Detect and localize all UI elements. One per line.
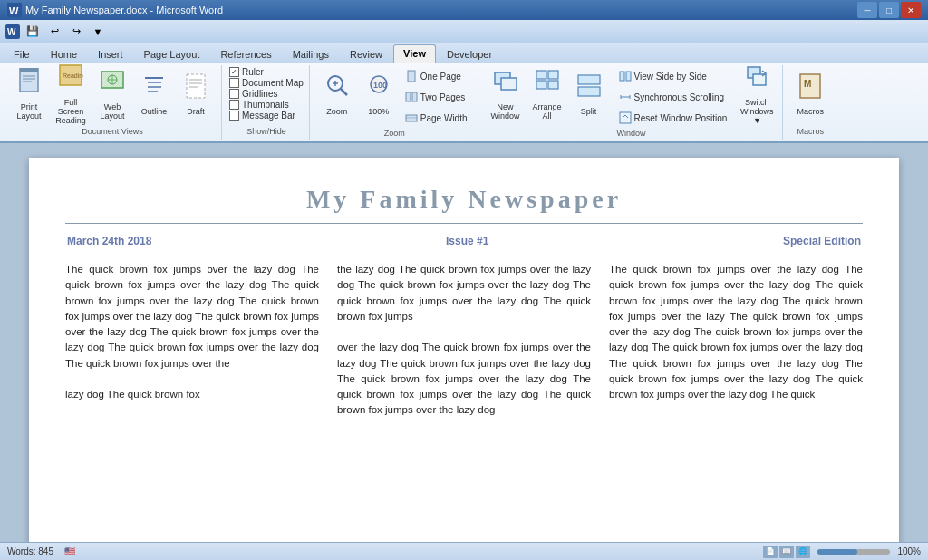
thumbnails-checkbox[interactable] bbox=[229, 100, 239, 110]
svg-text:100: 100 bbox=[373, 81, 387, 90]
maximize-button[interactable]: □ bbox=[879, 2, 899, 18]
show-hide-content: Ruler Document Map Gridlines Thumbnails … bbox=[229, 67, 304, 125]
tab-insert[interactable]: Insert bbox=[88, 45, 133, 63]
web-layout-button[interactable]: WebLayout bbox=[92, 67, 132, 121]
macros-label: Macros bbox=[798, 107, 825, 116]
column-2: the lazy dog The quick brown fox jumps o… bbox=[337, 262, 591, 419]
full-screen-reading-button[interactable]: Reading Full ScreenReading bbox=[51, 67, 91, 121]
page-width-label: Page Width bbox=[420, 113, 468, 123]
svg-rect-31 bbox=[412, 92, 417, 101]
ribbon: PrintLayout Reading Full ScreenReading W… bbox=[0, 63, 928, 143]
arrange-all-button[interactable]: ArrangeAll bbox=[527, 67, 567, 121]
window-content: NewWindow ArrangeAll Split View Side by … bbox=[486, 67, 778, 127]
document-columns: The quick brown fox jumps over the lazy … bbox=[65, 262, 863, 419]
zoom-100-button[interactable]: 100 100% bbox=[359, 67, 399, 121]
word-count: Words: 845 bbox=[7, 546, 53, 556]
zoom-label: Zoom bbox=[326, 107, 347, 116]
close-button[interactable]: ✕ bbox=[901, 2, 921, 18]
svg-rect-42 bbox=[620, 72, 624, 81]
zoom-group-label: Zoom bbox=[384, 129, 405, 140]
macros-button[interactable]: M Macros bbox=[790, 67, 830, 121]
two-pages-button[interactable]: Two Pages bbox=[401, 88, 472, 106]
ruler-check-row[interactable]: Ruler bbox=[229, 67, 304, 77]
zoom-content: Zoom 100 100% One Page Two Pages bbox=[317, 67, 472, 127]
ruler-checkbox[interactable] bbox=[229, 67, 239, 77]
synchronous-scrolling-button[interactable]: Synchronous Scrolling bbox=[614, 88, 732, 106]
svg-rect-30 bbox=[406, 92, 411, 101]
meta-date: March 24th 2018 bbox=[67, 235, 151, 247]
view-side-by-side-button[interactable]: View Side by Side bbox=[614, 67, 732, 85]
tab-references[interactable]: References bbox=[210, 45, 281, 63]
zoom-button[interactable]: Zoom bbox=[317, 67, 357, 121]
thumbnails-label: Thumbnails bbox=[242, 100, 289, 110]
arrange-all-label: ArrangeAll bbox=[533, 102, 562, 121]
zoom-level: 100% bbox=[897, 546, 921, 556]
reset-window-position-button[interactable]: Reset Window Position bbox=[614, 109, 732, 127]
zoom-100-label: 100% bbox=[368, 107, 389, 116]
print-view-btn[interactable]: 📄 bbox=[763, 546, 778, 558]
draft-button[interactable]: Draft bbox=[176, 67, 216, 121]
split-button[interactable]: Split bbox=[569, 67, 609, 121]
undo-quick-btn[interactable]: ↩ bbox=[45, 23, 63, 41]
document-views-label: Document Views bbox=[82, 127, 142, 138]
svg-text:W: W bbox=[9, 5, 19, 16]
web-view-btn[interactable]: 🌐 bbox=[796, 546, 810, 558]
zoom-slider[interactable] bbox=[817, 549, 890, 555]
new-window-label: NewWindow bbox=[491, 102, 520, 121]
window-group-label: Window bbox=[616, 129, 645, 140]
svg-text:W: W bbox=[7, 27, 16, 37]
zoom-page-btns: One Page Two Pages Page Width bbox=[401, 67, 472, 127]
gridlines-checkbox[interactable] bbox=[229, 89, 239, 99]
status-right: 📄 📖 🌐 100% bbox=[763, 546, 921, 558]
zoom-icon bbox=[324, 72, 350, 105]
gridlines-check-row[interactable]: Gridlines bbox=[229, 89, 304, 99]
message-bar-check-row[interactable]: Message Bar bbox=[229, 111, 304, 121]
macros-icon: M bbox=[798, 72, 823, 105]
tab-review[interactable]: Review bbox=[340, 45, 392, 63]
outline-label: Outline bbox=[141, 107, 168, 116]
language-indicator: 🇺🇸 bbox=[64, 546, 75, 556]
svg-rect-46 bbox=[753, 74, 766, 85]
ribbon-group-document-views: PrintLayout Reading Full ScreenReading W… bbox=[4, 65, 222, 140]
status-bar: Words: 845 🇺🇸 📄 📖 🌐 100% bbox=[0, 542, 928, 560]
gridlines-label: Gridlines bbox=[242, 89, 277, 99]
tab-file[interactable]: File bbox=[4, 45, 40, 63]
switch-windows-icon bbox=[744, 63, 769, 96]
ribbon-group-macros: M Macros Macros bbox=[785, 65, 836, 140]
reading-view-btn[interactable]: 📖 bbox=[779, 546, 794, 558]
page-width-button[interactable]: Page Width bbox=[401, 109, 472, 127]
column-1: The quick brown fox jumps over the lazy … bbox=[65, 262, 319, 419]
one-page-label: One Page bbox=[420, 72, 461, 82]
qa-dropdown-btn[interactable]: ▼ bbox=[89, 23, 107, 41]
svg-rect-29 bbox=[408, 71, 415, 82]
full-screen-label: Full ScreenReading bbox=[52, 98, 90, 125]
switch-windows-button[interactable]: SwitchWindows ▼ bbox=[737, 67, 777, 121]
redo-quick-btn[interactable]: ↪ bbox=[67, 23, 85, 41]
minimize-button[interactable]: ─ bbox=[857, 2, 877, 18]
tab-developer[interactable]: Developer bbox=[437, 45, 502, 63]
tab-page-layout[interactable]: Page Layout bbox=[134, 45, 210, 63]
ribbon-group-zoom: Zoom 100 100% One Page Two Pages bbox=[312, 65, 478, 140]
column-3: The quick brown fox jumps over the lazy … bbox=[609, 262, 863, 419]
main-area: My Family Newspaper March 24th 2018 Issu… bbox=[0, 143, 928, 542]
tab-view[interactable]: View bbox=[393, 44, 436, 63]
one-page-button[interactable]: One Page bbox=[401, 67, 472, 85]
outline-button[interactable]: Outline bbox=[134, 67, 174, 121]
svg-text:M: M bbox=[804, 79, 811, 89]
word-app-icon: W bbox=[5, 24, 20, 39]
full-screen-icon: Reading bbox=[58, 63, 83, 96]
print-layout-button[interactable]: PrintLayout bbox=[9, 67, 49, 121]
view-side-by-side-label: View Side by Side bbox=[634, 72, 707, 82]
tab-home[interactable]: Home bbox=[41, 45, 87, 63]
reset-window-position-label: Reset Window Position bbox=[634, 113, 728, 123]
document-title: My Family Newspaper bbox=[65, 185, 863, 214]
save-quick-btn[interactable]: 💾 bbox=[24, 23, 42, 41]
new-window-button[interactable]: NewWindow bbox=[486, 67, 526, 121]
tab-mailings[interactable]: Mailings bbox=[283, 45, 339, 63]
thumbnails-check-row[interactable]: Thumbnails bbox=[229, 100, 304, 110]
document-map-check-row[interactable]: Document Map bbox=[229, 78, 304, 88]
message-bar-checkbox[interactable] bbox=[229, 111, 239, 121]
svg-rect-43 bbox=[626, 72, 631, 81]
document-map-checkbox[interactable] bbox=[229, 78, 239, 88]
web-layout-icon bbox=[100, 68, 125, 101]
